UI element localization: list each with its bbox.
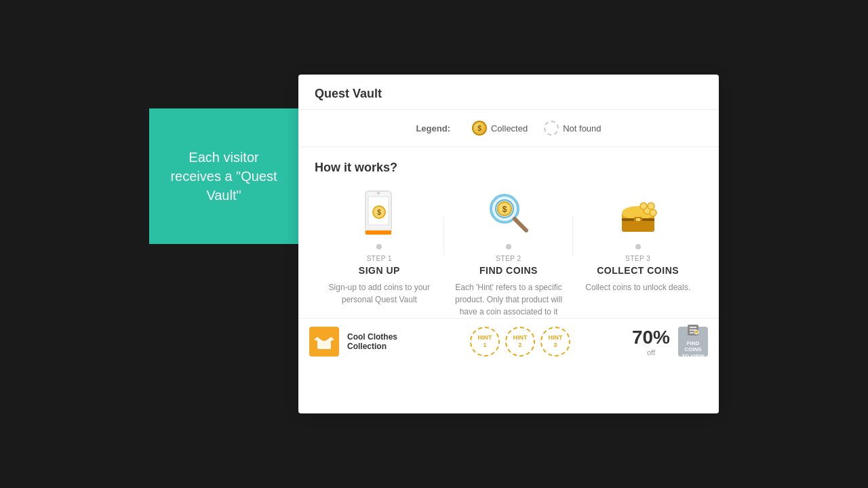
page-wrapper: Each visitor receives a "Quest Vault" Qu…	[149, 75, 719, 413]
step-1-dot	[376, 244, 382, 249]
product-name-block: Cool Clothes Collection	[347, 332, 408, 351]
step-3-icon	[614, 188, 663, 237]
product-row: Cool Clothes Collection HINT1 HINT2 HINT…	[298, 318, 719, 365]
product-collection: Collection	[347, 342, 408, 351]
find-coins-label: FIND COINSTO VIEW	[678, 340, 708, 360]
svg-text:%: %	[695, 331, 698, 334]
steps-container: $ STEP 1 SIGN UP Sign-up to add coins to…	[315, 188, 703, 318]
how-it-works-title: How it works?	[315, 161, 703, 175]
not-found-coin-icon	[544, 121, 559, 136]
step-3-dot	[635, 244, 641, 249]
svg-text:$: $	[502, 205, 507, 214]
collected-coin-icon: $	[472, 121, 487, 136]
step-3: STEP 3 COLLECT COINS Collect coins to un…	[573, 188, 703, 293]
step-3-desc: Collect coins to unlock deals.	[585, 281, 690, 293]
product-name: Cool Clothes	[347, 332, 408, 342]
discount-block: 70% off	[632, 327, 670, 357]
not-found-label: Not found	[563, 123, 601, 134]
step-1-icon: $	[355, 188, 403, 237]
step-2-number: STEP 2	[496, 255, 521, 262]
hint-1-label: HINT1	[477, 334, 492, 349]
hint-2-badge[interactable]: HINT2	[505, 327, 535, 357]
hint-3-label: HINT3	[548, 334, 562, 349]
svg-rect-6	[366, 230, 391, 235]
svg-text:$: $	[378, 209, 382, 216]
svg-rect-17	[636, 218, 640, 221]
hints-container: HINT1 HINT2 HINT3	[416, 327, 624, 357]
step-2: $ STEP 2 FIND COINS Each 'Hint' refers t…	[444, 188, 574, 318]
step-1-name: SIGN UP	[359, 265, 400, 276]
step-3-name: COLLECT COINS	[597, 265, 679, 276]
step-1-number: STEP 1	[367, 255, 392, 262]
step-2-desc: Each 'Hint' refers to a specific product…	[451, 281, 567, 318]
step-2-dot	[506, 244, 511, 249]
svg-line-11	[515, 219, 526, 230]
hint-2-label: HINT2	[513, 334, 527, 349]
svg-point-21	[650, 209, 656, 216]
legend-collected: $ Collected	[472, 121, 528, 136]
svg-point-20	[640, 203, 647, 209]
card-header: Quest Vault	[298, 75, 719, 110]
hint-3-badge[interactable]: HINT3	[540, 327, 570, 357]
svg-point-19	[648, 203, 654, 209]
collected-label: Collected	[491, 123, 528, 134]
discount-value: 70%	[632, 327, 670, 348]
how-it-works-section: How it works? $	[298, 147, 719, 318]
legend-label: Legend:	[416, 123, 450, 134]
step-2-name: FIND COINS	[479, 265, 538, 276]
step-2-icon: $	[484, 188, 533, 237]
step-3-number: STEP 3	[625, 255, 650, 262]
step-1-desc: Sign-up to add coins to your personal Qu…	[321, 281, 437, 306]
product-thumbnail	[309, 327, 339, 357]
step-1: $ STEP 1 SIGN UP Sign-up to add coins to…	[315, 188, 444, 306]
left-panel-text: Each visitor receives a "Quest Vault"	[165, 148, 282, 205]
find-coins-icon: %	[687, 324, 699, 339]
legend-not-found: Not found	[544, 121, 601, 136]
hint-1-badge[interactable]: HINT1	[470, 327, 500, 357]
legend-bar: Legend: $ Collected Not found	[298, 110, 719, 147]
find-coins-button[interactable]: % FIND COINSTO VIEW	[678, 327, 708, 357]
left-panel: Each visitor receives a "Quest Vault"	[149, 108, 298, 244]
discount-off: off	[647, 348, 655, 357]
svg-point-2	[377, 192, 380, 195]
main-card: Quest Vault Legend: $ Collected Not foun…	[298, 75, 719, 413]
card-title: Quest Vault	[315, 87, 382, 100]
